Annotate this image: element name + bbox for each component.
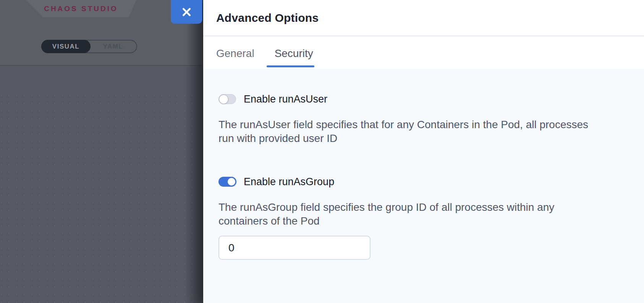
toggle-knob bbox=[219, 94, 228, 104]
run-as-user-toggle[interactable] bbox=[218, 94, 236, 104]
app-root: CHAOS STUDIO VISUAL YAML Advanced Option… bbox=[0, 0, 644, 303]
run-as-group-row: Enable runAsGroup bbox=[218, 177, 629, 187]
view-mode-toggle[interactable]: VISUAL YAML bbox=[41, 40, 137, 53]
drawer-shadow-overlay bbox=[186, 0, 203, 303]
run-as-user-row: Enable runAsUser bbox=[218, 94, 629, 104]
drawer-header: Advanced Options bbox=[203, 0, 644, 36]
close-icon bbox=[181, 7, 192, 17]
run-as-group-label: Enable runAsGroup bbox=[244, 176, 334, 188]
tab-general[interactable]: General bbox=[216, 36, 254, 69]
run-as-group-toggle[interactable] bbox=[218, 177, 236, 187]
close-drawer-button[interactable] bbox=[171, 0, 202, 24]
run-as-user-label: Enable runAsUser bbox=[244, 93, 327, 105]
chaos-studio-workspace: CHAOS STUDIO VISUAL YAML bbox=[0, 0, 203, 303]
drawer-title: Advanced Options bbox=[216, 11, 319, 24]
drawer-tabs: General Security bbox=[203, 36, 644, 69]
description-line: containers of the Pod bbox=[218, 214, 629, 228]
dotted-canvas bbox=[0, 66, 203, 303]
tab-security[interactable]: Security bbox=[275, 36, 313, 69]
description-line: The runAsUser field specifies that for a… bbox=[218, 118, 629, 132]
run-as-group-value-input[interactable] bbox=[218, 236, 371, 260]
run-as-user-description: The runAsUser field specifies that for a… bbox=[218, 118, 629, 145]
yaml-mode-tab[interactable]: YAML bbox=[90, 41, 136, 52]
brand-banner: CHAOS STUDIO bbox=[26, 0, 136, 17]
run-as-group-description: The runAsGroup field specifies the group… bbox=[218, 200, 629, 228]
description-line: run with provided user ID bbox=[218, 132, 629, 145]
visual-mode-tab[interactable]: VISUAL bbox=[41, 40, 91, 53]
toggle-knob bbox=[227, 177, 236, 187]
security-tab-panel: Enable runAsUser The runAsUser field spe… bbox=[203, 69, 644, 303]
description-line: The runAsGroup field specifies the group… bbox=[218, 200, 629, 214]
brand-title: CHAOS STUDIO bbox=[44, 5, 118, 13]
advanced-options-drawer: Advanced Options General Security Enable… bbox=[203, 0, 644, 303]
